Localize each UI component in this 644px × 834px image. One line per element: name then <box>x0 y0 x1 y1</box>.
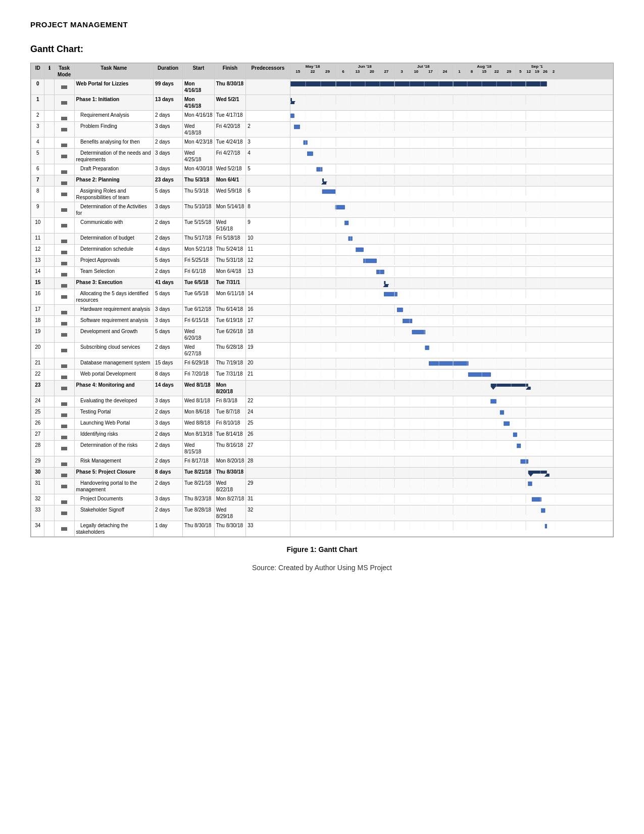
row-chart <box>290 505 613 521</box>
row-start: Tue 6/12/18 <box>183 305 215 316</box>
row-name: Determination of budget <box>74 234 154 245</box>
row-finish: Thu 8/30/18 <box>214 468 246 479</box>
row-id: 21 <box>31 358 44 369</box>
row-pred: 24 <box>246 407 290 419</box>
row-info <box>44 289 54 305</box>
row-info <box>44 358 54 369</box>
svg-rect-224 <box>349 237 352 241</box>
row-finish: Mon 8/27/18 <box>214 494 246 505</box>
row-finish: Wed 8/22/18 <box>214 479 246 494</box>
row-duration: 41 days <box>154 278 183 289</box>
row-start: Mon 8/6/18 <box>183 407 215 419</box>
row-id: 15 <box>31 278 44 289</box>
row-duration: 2 days <box>154 407 183 419</box>
row-duration: 13 days <box>154 95 183 111</box>
row-mode <box>54 369 74 381</box>
row-finish: Thu 6/28/18 <box>214 343 246 358</box>
row-info <box>44 218 54 234</box>
row-duration: 2 days <box>154 111 183 122</box>
table-row: 23 Phase 4: Monitoring and 14 days Wed 8… <box>31 381 613 396</box>
row-pred: 21 <box>246 369 290 381</box>
row-pred: 5 <box>246 164 290 175</box>
row-mode <box>54 289 74 305</box>
row-name: Evaluating the developed <box>74 396 154 407</box>
row-id: 16 <box>31 289 44 305</box>
row-pred: 29 <box>246 479 290 494</box>
row-duration: 2 days <box>154 234 183 245</box>
row-duration: 23 days <box>154 175 183 187</box>
row-finish: Tue 8/7/18 <box>214 407 246 419</box>
row-chart <box>290 430 613 441</box>
row-pred: 22 <box>246 396 290 407</box>
row-id: 5 <box>31 149 44 164</box>
row-mode <box>54 381 74 396</box>
row-name: Stakeholder Signoff <box>74 505 154 521</box>
table-row: 19 Development and Growth 5 days Wed 6/2… <box>31 327 613 343</box>
table-row: 4 Benefits analysing for then 2 days Mon… <box>31 137 613 149</box>
row-mode <box>54 111 74 122</box>
row-start: Tue 8/21/18 <box>183 468 215 479</box>
row-finish: Mon 6/4/18 <box>214 267 246 278</box>
row-duration: 8 days <box>154 369 183 381</box>
row-duration: 15 days <box>154 358 183 369</box>
row-finish: Thu 7/19/18 <box>214 358 246 369</box>
row-mode <box>54 505 74 521</box>
row-pred <box>246 111 290 122</box>
row-chart <box>290 245 613 256</box>
row-chart <box>290 369 613 381</box>
row-info <box>44 164 54 175</box>
row-start: Fri 6/15/18 <box>183 316 215 327</box>
svg-rect-82 <box>304 141 307 145</box>
row-start: Wed 8/15/18 <box>183 441 215 456</box>
row-id: 25 <box>31 407 44 419</box>
svg-rect-326 <box>384 292 397 296</box>
row-start: Wed 6/27/18 <box>183 343 215 358</box>
row-info <box>44 407 54 419</box>
row-mode <box>54 396 74 407</box>
row-pred <box>246 468 290 479</box>
row-duration: 2 days <box>154 137 183 149</box>
svg-rect-406 <box>425 346 428 350</box>
row-id: 32 <box>31 494 44 505</box>
row-start: Mon 8/13/18 <box>183 430 215 441</box>
row-mode <box>54 234 74 245</box>
row-id: 29 <box>31 456 44 468</box>
row-pred: 18 <box>246 327 290 343</box>
row-id: 0 <box>31 79 44 95</box>
row-name: Hardware requirement analysis <box>74 305 154 316</box>
svg-marker-467 <box>490 387 496 390</box>
row-info <box>44 122 54 137</box>
row-name: Draft Preparation <box>74 164 154 175</box>
row-info <box>44 468 54 479</box>
row-finish: Wed 5/9/18 <box>214 187 246 202</box>
row-info <box>44 278 54 289</box>
row-mode <box>54 343 74 358</box>
svg-rect-650 <box>532 497 541 501</box>
row-mode <box>54 202 74 218</box>
row-chart <box>290 316 613 327</box>
row-name: Determination schedule <box>74 245 154 256</box>
row-duration: 2 days <box>154 479 183 494</box>
row-start: Wed 4/25/18 <box>183 149 215 164</box>
svg-rect-508 <box>500 410 504 414</box>
row-start: Mon 4/23/18 <box>183 137 215 149</box>
svg-rect-284 <box>376 270 384 274</box>
row-name: Handovering portal to the management <box>74 479 154 494</box>
svg-rect-670 <box>541 508 544 513</box>
row-info <box>44 430 54 441</box>
table-row: 14 Team Selection 2 days Fri 6/1/18 Mon … <box>31 267 613 278</box>
row-duration: 3 days <box>154 316 183 327</box>
row-chart <box>290 494 613 505</box>
svg-rect-466 <box>490 384 528 387</box>
row-duration: 5 days <box>154 289 183 305</box>
row-info <box>44 494 54 505</box>
row-id: 18 <box>31 316 44 327</box>
row-info <box>44 137 54 149</box>
table-row: 0 Web Portal for Lizzies 99 days Mon 4/1… <box>31 79 613 95</box>
row-duration: 2 days <box>154 505 183 521</box>
row-chart <box>290 256 613 267</box>
row-id: 17 <box>31 305 44 316</box>
svg-rect-164 <box>322 190 335 194</box>
row-mode <box>54 430 74 441</box>
svg-rect-0 <box>290 81 547 86</box>
